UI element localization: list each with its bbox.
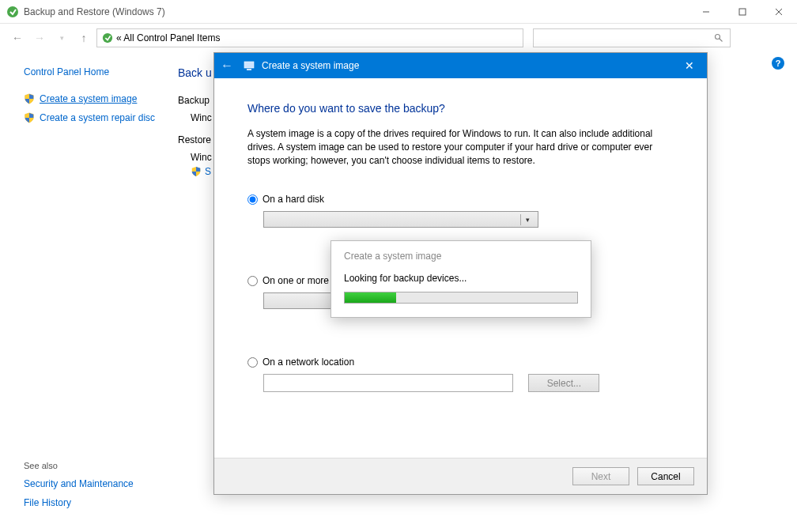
progress-bar xyxy=(344,292,578,304)
sidebar-item-create-system-image[interactable]: Create a system image xyxy=(24,93,162,104)
control-panel-home-link[interactable]: Control Panel Home xyxy=(24,66,162,77)
wizard-description: A system image is a copy of the drives r… xyxy=(247,127,674,167)
svg-rect-9 xyxy=(247,69,251,70)
backup-restore-icon xyxy=(6,6,19,18)
svg-rect-2 xyxy=(739,9,746,15)
svg-rect-8 xyxy=(244,62,254,68)
window-title: Backup and Restore (Windows 7) xyxy=(24,6,165,17)
wizard-heading: Where do you want to save the backup? xyxy=(247,102,674,115)
restore-section-header: Restore xyxy=(178,134,212,145)
maximize-button[interactable] xyxy=(724,0,761,24)
see-also-file-history[interactable]: File History xyxy=(24,497,134,508)
svg-point-6 xyxy=(716,35,720,40)
shield-icon xyxy=(24,112,35,123)
main-content: Back u Backup Winc Restore Winc S xyxy=(162,52,212,532)
window-controls xyxy=(688,0,797,24)
wizard-title: Create a system image xyxy=(262,60,678,71)
next-button[interactable]: Next xyxy=(572,467,629,485)
popup-title: Create a system image xyxy=(344,251,578,262)
radio-dvd[interactable] xyxy=(247,276,258,286)
wizard-back-button[interactable]: ← xyxy=(221,58,233,73)
sidebar-item-create-repair-disc[interactable]: Create a system repair disc xyxy=(24,112,162,123)
see-also-security-maintenance[interactable]: Security and Maintenance xyxy=(24,478,134,489)
back-button[interactable]: ← xyxy=(8,28,27,47)
see-also-header: See also xyxy=(24,461,134,470)
svg-point-5 xyxy=(103,33,112,43)
backup-restore-icon xyxy=(102,32,113,43)
close-button[interactable] xyxy=(761,0,797,24)
progress-fill xyxy=(345,292,396,303)
wizard-footer: Next Cancel xyxy=(214,458,707,494)
shield-icon xyxy=(24,93,35,104)
breadcrumb[interactable]: « All Control Panel Items xyxy=(116,32,220,43)
minimize-button[interactable] xyxy=(688,0,724,24)
recent-dropdown[interactable]: ▾ xyxy=(52,28,71,47)
backup-status: Winc xyxy=(191,112,212,123)
option-label: On a hard disk xyxy=(263,194,324,205)
looking-for-devices-dialog: Create a system image Looking for backup… xyxy=(331,240,591,318)
select-button[interactable]: Select... xyxy=(528,374,599,392)
option-network[interactable]: On a network location xyxy=(247,357,674,368)
sidebar: Control Panel Home Create a system image… xyxy=(0,52,162,532)
option-hard-disk[interactable]: On a hard disk xyxy=(247,194,674,205)
option-label: On one or more D xyxy=(263,275,338,286)
restore-link-partial[interactable]: S xyxy=(191,166,212,177)
backup-section-header: Backup xyxy=(178,95,212,106)
network-location-input[interactable] xyxy=(263,374,513,392)
forward-button[interactable]: → xyxy=(30,28,49,47)
page-heading: Back u xyxy=(178,66,212,79)
wizard-titlebar: ← Create a system image ✕ xyxy=(214,53,707,78)
wizard-close-button[interactable]: ✕ xyxy=(678,59,701,72)
see-also-section: See also Security and Maintenance File H… xyxy=(24,461,134,516)
chevron-down-icon: ▾ xyxy=(520,214,534,225)
radio-hard-disk[interactable] xyxy=(247,194,258,205)
search-input[interactable] xyxy=(533,28,731,47)
system-image-icon xyxy=(243,59,255,72)
shield-icon xyxy=(191,166,202,177)
svg-point-0 xyxy=(7,6,18,17)
nav-row: ← → ▾ ↑ « All Control Panel Items xyxy=(0,24,797,52)
cancel-button[interactable]: Cancel xyxy=(637,467,694,485)
option-label: On a network location xyxy=(263,357,354,368)
sidebar-item-label: Create a system repair disc xyxy=(40,112,155,123)
radio-network[interactable] xyxy=(247,357,258,368)
hard-disk-combo[interactable]: ▾ xyxy=(263,211,538,228)
restore-status: Winc xyxy=(191,152,212,163)
address-bar[interactable]: « All Control Panel Items xyxy=(96,28,523,47)
popup-message: Looking for backup devices... xyxy=(344,273,578,284)
search-icon xyxy=(714,33,723,43)
svg-line-7 xyxy=(720,39,723,42)
titlebar: Backup and Restore (Windows 7) xyxy=(0,0,797,24)
up-button[interactable]: ↑ xyxy=(74,28,93,47)
sidebar-item-label: Create a system image xyxy=(40,93,137,104)
